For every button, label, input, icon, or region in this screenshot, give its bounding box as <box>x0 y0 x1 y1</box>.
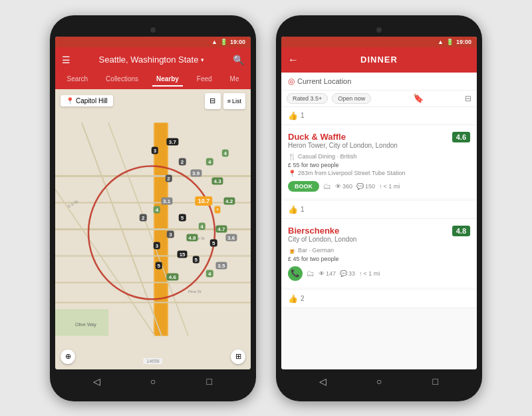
location-pin-icon: 📍 <box>66 97 74 104</box>
tab-nearby[interactable]: Nearby <box>152 73 183 87</box>
list-icon: ≡ <box>227 98 231 104</box>
filter-rated[interactable]: Rated 3.5+ <box>287 93 328 104</box>
like-divider-1: 👍 1 <box>281 107 477 125</box>
tab-feed[interactable]: Feed <box>193 73 216 87</box>
cuisine-icon-1: 🍴 <box>288 153 296 160</box>
home-nav-btn[interactable]: ○ <box>146 375 160 388</box>
signal-icon: ▲ <box>211 39 217 45</box>
filter-open[interactable]: Open now <box>332 93 371 104</box>
book-button-1[interactable]: BOOK <box>288 181 319 192</box>
restaurant-name-1: Duck & Waffle Heron Tower, City of Londo… <box>288 132 398 150</box>
distance-icon-1: ↑ <box>379 183 382 190</box>
svg-text:Pine St: Pine St <box>188 289 201 293</box>
right-phone: ▲ 🔋 19:00 ← DINNER ◎ Current Location Ra… <box>276 15 482 401</box>
stat-views-1: 👁 360 <box>335 183 352 190</box>
call-button-2[interactable]: 📞 <box>288 266 303 281</box>
distance-icon-2: ↑ <box>359 270 362 277</box>
location-bar[interactable]: ◎ Current Location <box>281 73 477 91</box>
svg-text:S S St: S S St <box>67 199 79 208</box>
tab-me[interactable]: Me <box>226 73 243 87</box>
right-app-header: ← DINNER <box>281 47 477 73</box>
time-right: 19:00 <box>456 39 471 45</box>
rating-badge-1: 4.6 <box>452 132 470 142</box>
menu-icon[interactable]: ☰ <box>62 55 70 65</box>
like-count-2: 1 <box>301 206 305 213</box>
tab-search[interactable]: Search <box>63 73 92 87</box>
bottom-nav-bar: ◁ ○ □ <box>55 369 251 393</box>
like-divider-bottom: 👍 2 <box>281 290 477 308</box>
restaurant-cuisine-2: 🍺 Bar · German <box>288 247 470 254</box>
battery-icon-right: 🔋 <box>446 39 454 45</box>
camera-right <box>376 27 382 33</box>
location-pin-icon: ◎ <box>288 77 295 86</box>
tab-bar: Search Collections Nearby Feed Me <box>55 73 251 89</box>
recents-nav-btn[interactable]: □ <box>203 375 216 388</box>
restaurant-card-2[interactable]: Bierschenke City of London, London 4.8 🍺… <box>281 219 477 288</box>
pin-icon-1: 📍 <box>288 170 296 177</box>
signal-icon-right: ▲ <box>438 39 444 45</box>
chat-icon-1: 💬 <box>356 183 364 190</box>
stat-distance-1: ↑ < 1 mi <box>379 183 400 190</box>
stat-distance-2: ↑ < 1 mi <box>359 270 380 277</box>
chat-icon-2: 💬 <box>340 270 347 277</box>
map-svg: S S St E Pike St Pine St Olive Way <box>55 89 251 369</box>
recents-nav-btn-right[interactable]: □ <box>429 375 442 388</box>
app-header: ☰ Seattle, Washington State ▾ 🔍 <box>55 47 251 73</box>
rating-badge-2: 4.8 <box>452 226 470 236</box>
restaurant-header-1: Duck & Waffle Heron Tower, City of Londo… <box>288 132 470 150</box>
left-phone: ▲ 🔋 19:00 ☰ Seattle, Washington State ▾ … <box>50 15 256 401</box>
save-icon-1[interactable]: 🗂 <box>323 182 331 191</box>
like-count-bottom: 2 <box>301 295 305 302</box>
home-nav-btn-right[interactable]: ○ <box>372 375 386 388</box>
list-btn[interactable]: ≡ List <box>223 93 245 109</box>
like-count-1: 1 <box>301 112 305 119</box>
search-icon[interactable]: 🔍 <box>233 55 244 65</box>
restaurant-name-2: Bierschenke City of London, London <box>288 226 356 244</box>
right-status-bar: ▲ 🔋 19:00 <box>281 37 477 47</box>
thumbs-up-icon: 👍 <box>288 111 298 120</box>
right-header-title: DINNER <box>360 55 398 65</box>
restaurant-price-1: £ 55 for two people <box>288 162 470 168</box>
stat-comments-2: 💬 33 <box>340 270 355 277</box>
filter-bar: Rated 3.5+ Open now 🔖 ⊟ <box>281 91 477 107</box>
restaurant-distance-1: 📍 283m from Liverpool Street Tube Statio… <box>288 170 470 177</box>
like-divider-2: 👍 1 <box>281 201 477 219</box>
restaurant-actions-1: BOOK 🗂 👁 360 💬 150 ↑ < 1 mi <box>288 181 470 192</box>
stat-views-2: 👁 147 <box>319 270 336 277</box>
right-bottom-nav-bar: ◁ ○ □ <box>281 369 477 393</box>
map-toolbar: 📍 Capitol Hill ⊟ ≡ List <box>55 93 251 109</box>
svg-text:Olive Way: Olive Way <box>75 321 96 327</box>
restaurant-actions-2: 📞 🗂 👁 147 💬 33 ↑ < 1 mi <box>288 266 470 281</box>
back-btn[interactable]: ← <box>288 54 299 66</box>
bookmark-icon[interactable]: 🔖 <box>413 93 424 103</box>
time: 19:00 <box>230 39 245 45</box>
eye-icon-1: 👁 <box>335 183 341 190</box>
location-chip[interactable]: 📍 Capitol Hill <box>61 95 113 106</box>
cuisine-icon-2: 🍺 <box>288 247 296 254</box>
save-icon-2[interactable]: 🗂 <box>307 269 315 278</box>
filter-funnel-icon[interactable]: ⊟ <box>465 94 471 103</box>
restaurant-price-2: £ 45 for two people <box>288 256 470 262</box>
restaurant-header-2: Bierschenke City of London, London 4.8 <box>288 226 470 244</box>
left-screen: ▲ 🔋 19:00 ☰ Seattle, Washington State ▾ … <box>55 37 251 369</box>
eye-icon-2: 👁 <box>319 270 325 277</box>
status-bar: ▲ 🔋 19:00 <box>55 37 251 47</box>
chevron-down-icon: ▾ <box>201 57 204 63</box>
stat-comments-1: 💬 150 <box>356 183 375 190</box>
thumbs-up-icon-2: 👍 <box>288 205 298 214</box>
map-container: 📍 Capitol Hill ⊟ ≡ List <box>55 89 251 369</box>
restaurant-list: 👍 1 Duck & Waffle Heron Tower, City of L… <box>281 107 477 369</box>
battery-icon: 🔋 <box>220 39 227 45</box>
map-icons: ⊟ ≡ List <box>205 93 245 109</box>
right-screen: ▲ 🔋 19:00 ← DINNER ◎ Current Location Ra… <box>281 37 477 369</box>
header-title: Seattle, Washington State ▾ <box>99 55 205 65</box>
restaurant-card-1[interactable]: Duck & Waffle Heron Tower, City of Londo… <box>281 125 477 198</box>
back-nav-btn-right[interactable]: ◁ <box>316 375 329 388</box>
tab-collections[interactable]: Collections <box>102 73 142 87</box>
svg-text:E Pike St: E Pike St <box>188 236 205 240</box>
svg-point-14 <box>88 166 215 299</box>
restaurant-cuisine-1: 🍴 Casual Dining · British <box>288 153 470 160</box>
back-nav-btn[interactable]: ◁ <box>90 375 103 388</box>
filter-icon-btn[interactable]: ⊟ <box>205 93 221 109</box>
camera <box>150 27 156 33</box>
